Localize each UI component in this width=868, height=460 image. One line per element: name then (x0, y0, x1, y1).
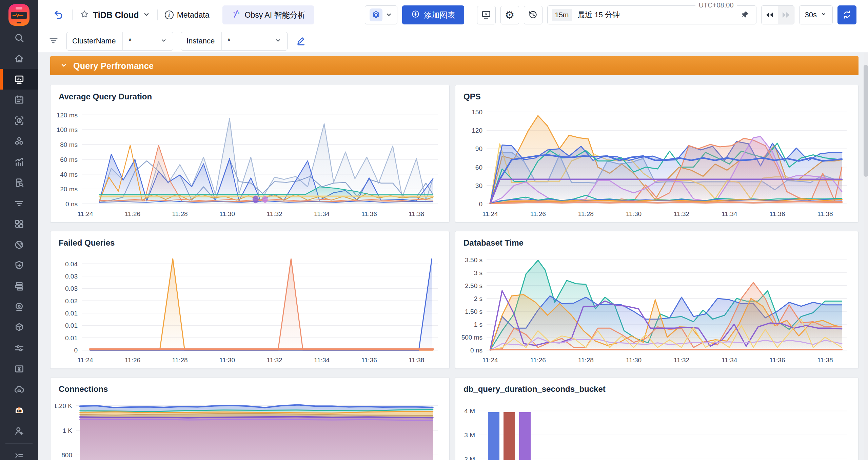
svg-text:11:26: 11:26 (530, 210, 546, 217)
app-logo[interactable] (8, 4, 29, 26)
failed-queries-chart: 00.010.010.010.020.030.030.0411:2411:261… (55, 250, 445, 366)
panel-average-query-duration[interactable]: Average Query Duration 0 ns20 ms40 ms60 … (50, 85, 450, 223)
time-range-badge: 15m (552, 9, 572, 21)
workspace-switcher[interactable]: TiDB Cloud (79, 9, 151, 21)
sidebar-item-ai-robot[interactable] (0, 400, 38, 421)
add-chart-label: 添加图表 (424, 10, 455, 20)
svg-text:60: 60 (475, 164, 482, 171)
panels-grid: Average Query Duration 0 ns20 ms40 ms60 … (50, 85, 859, 460)
cube-icon (370, 8, 382, 21)
metadata-link[interactable]: i Metadata (165, 11, 210, 20)
vertical-scrollbar[interactable] (864, 53, 868, 460)
sidebar-item-search[interactable] (0, 27, 38, 48)
svg-text:150: 150 (472, 109, 482, 116)
sidebar-item-schedule[interactable] (0, 90, 38, 110)
resource-selector[interactable] (365, 5, 397, 24)
chevron-down-icon (60, 61, 68, 71)
sidebar-item-package[interactable] (0, 317, 38, 338)
svg-text:2 M: 2 M (464, 456, 475, 460)
invite-user-icon (14, 425, 25, 437)
panel-db-query-duration-bucket[interactable]: db_query_duration_seconds_bucket 2 M3 M4… (455, 377, 859, 460)
add-chart-button[interactable]: 添加图表 (402, 5, 464, 24)
pin-icon[interactable] (741, 10, 750, 20)
svg-text:1.50 s: 1.50 s (465, 308, 482, 315)
cluster-name-label: ClusterName (72, 37, 116, 45)
edit-filters-button[interactable] (295, 35, 307, 48)
sidebar-item-camera[interactable] (0, 296, 38, 317)
instance-label: Instance (186, 37, 215, 45)
divider (221, 32, 222, 50)
instance-select[interactable]: Instance * (181, 32, 288, 51)
chevron-down-icon (160, 37, 167, 45)
disable-view-icon (14, 239, 25, 250)
sidebar-item-metrics[interactable] (0, 152, 38, 172)
svg-text:40 ms: 40 ms (60, 171, 78, 178)
divider (122, 32, 123, 50)
sidebar-item-dashboards[interactable] (0, 69, 38, 90)
section-title: Query Perfromance (73, 61, 154, 71)
magic-wand-icon (231, 9, 241, 21)
gear-icon: ⚙ (505, 9, 515, 20)
sidebar-item-tuning[interactable] (0, 338, 38, 359)
refresh-button[interactable] (837, 5, 856, 24)
sidebar-item-billing[interactable] (0, 359, 38, 379)
star-icon (79, 9, 90, 21)
metadata-label: Metadata (177, 11, 210, 20)
svg-text:11:34: 11:34 (722, 210, 737, 217)
ai-analysis-button[interactable]: Obsy AI 智能分析 (222, 5, 314, 24)
svg-text:11:26: 11:26 (125, 357, 140, 364)
svg-text:11:34: 11:34 (722, 357, 737, 364)
sidebar-item-log-search[interactable] (0, 172, 38, 193)
svg-text:60 ms: 60 ms (60, 156, 78, 163)
connections-chart: 6008001 K1.20 K (55, 397, 445, 460)
svg-text:0.04: 0.04 (65, 261, 78, 268)
cluster-name-value: * (129, 37, 160, 46)
sidebar-item-apps[interactable] (0, 214, 38, 234)
time-back-button[interactable] (762, 6, 778, 24)
svg-text:2.50 s: 2.50 s (465, 282, 482, 289)
time-range-control[interactable]: UTC+08:00 15m 最近 15 分钟 (547, 5, 756, 24)
svg-text:11:26: 11:26 (125, 210, 140, 217)
svg-text:0.01: 0.01 (65, 334, 78, 342)
refresh-interval-select[interactable]: 30s (799, 5, 833, 24)
settings-button[interactable]: ⚙ (500, 6, 519, 24)
presentation-mode-button[interactable] (477, 6, 496, 24)
schedule-icon (14, 94, 25, 106)
svg-text:11:34: 11:34 (314, 357, 330, 364)
svg-text:11:28: 11:28 (172, 357, 188, 364)
svg-text:0 ns: 0 ns (65, 200, 78, 208)
svg-text:11:28: 11:28 (578, 357, 594, 364)
cluster-name-select[interactable]: ClusterName * (66, 32, 173, 51)
sidebar-item-disable-view[interactable] (0, 234, 38, 255)
sidebar-item-home[interactable] (0, 48, 38, 69)
sidebar-item-clusters[interactable] (0, 131, 38, 152)
sidebar (0, 0, 38, 460)
cloud-session-icon (14, 384, 25, 395)
panel-connections[interactable]: Connections 6008001 K1.20 K (50, 377, 450, 460)
section-header-query-performance[interactable]: Query Perfromance (50, 56, 859, 75)
sidebar-item-console[interactable] (0, 445, 38, 460)
sidebar-item-cloud-session[interactable] (0, 379, 38, 400)
sidebar-item-scan-alert[interactable] (0, 110, 38, 131)
svg-text:11:24: 11:24 (482, 357, 498, 364)
svg-text:11:26: 11:26 (530, 357, 546, 364)
sidebar-item-shield-plus[interactable] (0, 255, 38, 276)
panel-failed-queries[interactable]: Failed Queries 00.010.010.010.020.030.03… (50, 231, 450, 369)
time-forward-button[interactable] (778, 6, 794, 24)
svg-text:1.20 K: 1.20 K (55, 402, 72, 409)
sidebar-item-print-jobs[interactable] (0, 276, 38, 296)
sidebar-item-filter[interactable] (0, 193, 38, 214)
panel-title: QPS (463, 92, 853, 101)
svg-text:11:28: 11:28 (578, 210, 594, 217)
svg-text:11:38: 11:38 (817, 357, 833, 364)
svg-text:11:32: 11:32 (267, 357, 282, 364)
panel-database-time[interactable]: Databaset Time 0 ns500 ms1 s1.50 s2 s2.5… (455, 231, 859, 369)
history-button[interactable] (524, 6, 542, 24)
svg-text:4 M: 4 M (464, 407, 475, 415)
scrollbar-thumb[interactable] (864, 65, 868, 177)
panel-qps[interactable]: QPS 030609012015011:2411:2611:2811:3011:… (455, 85, 859, 223)
svg-text:3 M: 3 M (464, 432, 475, 439)
back-button[interactable] (52, 8, 65, 22)
svg-text:1 K: 1 K (62, 427, 72, 434)
sidebar-item-invite-user[interactable] (0, 421, 38, 441)
